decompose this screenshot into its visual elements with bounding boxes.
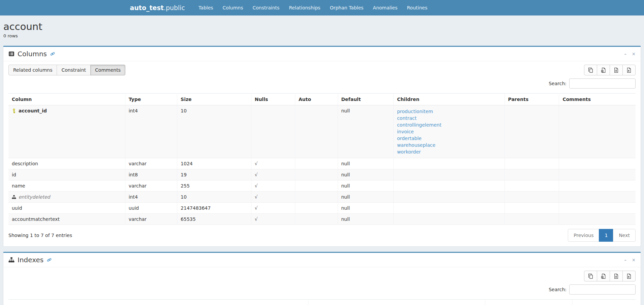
export-pdf-button[interactable] [622, 65, 636, 75]
export-text-button[interactable] [610, 271, 623, 281]
table-header-row: Column Type Size Nulls Auto Default Chil… [8, 94, 636, 105]
cell-column: uuid [8, 203, 125, 214]
top-navbar: auto_test.public Tables Columns Constrai… [0, 0, 644, 15]
header-comments[interactable]: Comments [559, 94, 636, 105]
cell-column: id [8, 169, 125, 180]
nav-item-constraints[interactable]: Constraints [248, 5, 284, 10]
indexes-panel-heading: Indexes – ✕ [3, 253, 641, 267]
cell-size: 65535 [177, 214, 251, 225]
header-type[interactable]: Type [125, 94, 177, 105]
export-copy-button[interactable] [584, 65, 597, 75]
nav-item-anomalies[interactable]: Anomalies [368, 5, 402, 10]
export-text-button[interactable] [610, 65, 623, 75]
cell-column: accountmatchertext [8, 214, 125, 225]
cell-nulls: √ [251, 214, 295, 225]
search-input[interactable] [569, 284, 636, 295]
cell-children [394, 158, 504, 169]
header-auto[interactable]: Auto [295, 94, 338, 105]
indexes-anchor-link[interactable] [47, 258, 52, 262]
child-link[interactable]: ordertable [397, 135, 501, 142]
cell-size: 10 [177, 192, 251, 203]
cell-nulls: √ [251, 192, 295, 203]
nav-item-columns[interactable]: Columns [218, 5, 248, 10]
export-pdf-button[interactable] [622, 271, 636, 281]
search-label: Search: [549, 81, 566, 86]
cell-default: null [338, 158, 394, 169]
header-parents[interactable]: Parents [504, 94, 559, 105]
cell-type: int4 [125, 192, 177, 203]
cell-comments [559, 169, 636, 180]
columns-panel: Columns – ✕ Related columns Constraint C… [3, 46, 641, 247]
nav-item-orphan-tables[interactable]: Orphan Tables [325, 5, 368, 10]
cell-auto [295, 169, 338, 180]
table-row: entitydeleted int4 10 √ null [8, 192, 636, 203]
child-link[interactable]: workorder [397, 148, 501, 155]
pdf-file-icon [626, 273, 632, 279]
header-size[interactable]: Size [177, 94, 251, 105]
text-file-icon [613, 273, 619, 279]
child-link[interactable]: contract [397, 115, 501, 122]
cell-auto [295, 203, 338, 214]
cell-children [394, 214, 504, 225]
close-icon[interactable]: ✕ [632, 52, 636, 56]
header-column[interactable]: Column [8, 94, 125, 105]
next-page-button[interactable]: Next [613, 229, 636, 242]
child-link[interactable]: productionitem [397, 108, 501, 115]
page-title: account [3, 21, 641, 32]
header-nulls[interactable]: Nulls [251, 94, 295, 105]
brand-link[interactable]: auto_test.public [130, 4, 185, 11]
minimize-icon[interactable]: – [624, 52, 627, 56]
cell-type: varchar [125, 180, 177, 192]
cell-auto [295, 105, 338, 158]
search-input[interactable] [569, 78, 636, 89]
child-link[interactable]: controllingelement [397, 122, 501, 128]
cell-type: uuid [125, 203, 177, 214]
close-icon[interactable]: ✕ [632, 258, 636, 262]
text-file-icon [613, 67, 619, 73]
cell-parents [504, 214, 559, 225]
previous-page-button[interactable]: Previous [568, 229, 599, 242]
sitemap-icon [12, 195, 16, 199]
cell-size: 255 [177, 180, 251, 192]
cell-column: description [8, 158, 125, 169]
cell-default: null [338, 203, 394, 214]
copy-icon [588, 273, 593, 279]
cell-auto [295, 158, 338, 169]
nav-item-tables[interactable]: Tables [194, 5, 218, 10]
cell-default: null [338, 214, 394, 225]
export-excel-button[interactable] [597, 271, 610, 281]
cell-parents [504, 203, 559, 214]
cell-column: name [8, 180, 125, 192]
cell-size: 10 [177, 105, 251, 158]
nav-item-routines[interactable]: Routines [402, 5, 432, 10]
row-count: 0 rows [3, 33, 641, 38]
cell-nulls [251, 105, 295, 158]
tab-related-columns[interactable]: Related columns [8, 65, 57, 75]
cell-column: entitydeleted [8, 192, 125, 203]
nav-item-relationships[interactable]: Relationships [284, 5, 325, 10]
tab-constraint[interactable]: Constraint [57, 65, 91, 75]
header-default[interactable]: Default [338, 94, 394, 105]
tab-comments[interactable]: Comments [90, 65, 125, 75]
list-icon [8, 51, 14, 57]
cell-size: 19 [177, 169, 251, 180]
header-children[interactable]: Children [394, 94, 504, 105]
export-excel-button[interactable] [597, 65, 610, 75]
export-copy-button[interactable] [584, 271, 597, 281]
child-link[interactable]: invoice [397, 128, 501, 135]
table-info: Showing 1 to 7 of 7 entries [8, 233, 72, 238]
child-link[interactable]: warehouseplace [397, 142, 501, 148]
cell-comments [559, 180, 636, 192]
cell-children [394, 192, 504, 203]
indexes-table [8, 299, 636, 305]
columns-panel-heading: Columns – ✕ [3, 47, 641, 61]
cell-parents [504, 192, 559, 203]
cell-type: varchar [125, 214, 177, 225]
page-1-button[interactable]: 1 [599, 229, 613, 242]
cell-comments [559, 158, 636, 169]
cell-comments [559, 203, 636, 214]
cell-type: varchar [125, 158, 177, 169]
minimize-icon[interactable]: – [624, 258, 627, 262]
sitemap-icon [8, 257, 14, 263]
columns-anchor-link[interactable] [50, 52, 55, 56]
